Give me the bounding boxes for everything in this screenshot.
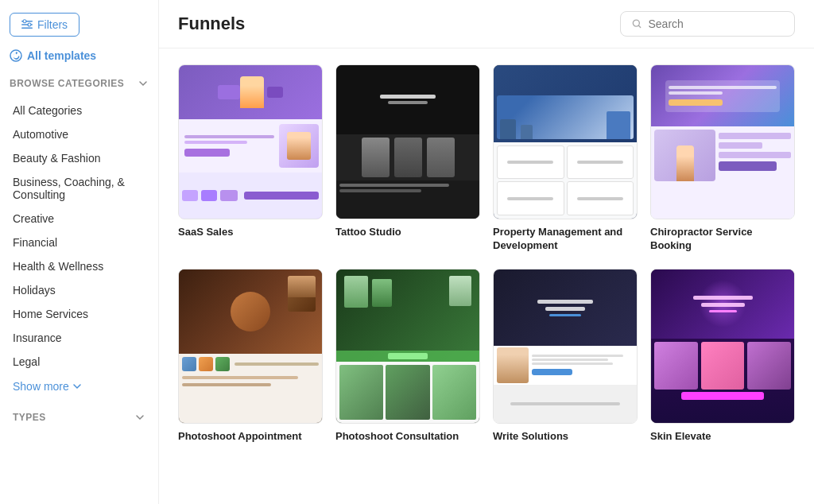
browse-categories-label: Browse Categories xyxy=(10,78,124,89)
template-thumbnail-skin xyxy=(650,269,795,424)
sidebar-item-beauty[interactable]: Beauty & Fashion xyxy=(10,146,149,170)
sidebar-item-all-categories[interactable]: All Categories xyxy=(10,99,149,122)
main-content: Funnels xyxy=(159,0,814,504)
sidebar-item-automotive[interactable]: Automotive xyxy=(10,122,149,146)
sidebar-item-business[interactable]: Business, Coaching, & Consulting xyxy=(10,170,149,207)
template-thumbnail-photoshoot xyxy=(178,269,323,424)
template-card-skin[interactable]: Skin Elevate xyxy=(650,269,795,444)
sidebar-item-creative[interactable]: Creative xyxy=(10,207,149,231)
template-thumbnail-chiro xyxy=(650,64,795,219)
filters-button[interactable]: Filters xyxy=(10,13,79,37)
templates-grid: SaaS Sales xyxy=(159,48,814,504)
sidebar-item-home[interactable]: Home Services xyxy=(10,302,149,326)
main-header: Funnels xyxy=(159,0,814,48)
search-input[interactable] xyxy=(648,17,783,30)
svg-rect-2 xyxy=(21,28,33,29)
all-templates-label: All templates xyxy=(27,49,96,62)
template-thumbnail-write xyxy=(493,269,638,424)
template-label-photoshoot: Photoshoot Appointment xyxy=(178,430,323,444)
sidebar: Filters All templates Browse Categories … xyxy=(0,0,159,504)
types-section-toggle[interactable]: Types xyxy=(10,409,149,426)
template-thumbnail-property xyxy=(493,64,638,219)
template-label-write: Write Solutions xyxy=(493,430,638,444)
template-thumbnail-saas xyxy=(178,64,323,219)
template-card-consultation[interactable]: Photoshoot Consultation xyxy=(335,269,480,444)
svg-point-3 xyxy=(23,20,26,23)
page-title: Funnels xyxy=(178,14,245,34)
template-card-property[interactable]: Property Management and Development xyxy=(493,64,638,253)
template-label-skin: Skin Elevate xyxy=(650,430,795,444)
sidebar-item-legal[interactable]: Legal xyxy=(10,350,149,374)
filters-label: Filters xyxy=(37,18,68,31)
template-card-chiro[interactable]: Chiropractor Service Booking xyxy=(650,64,795,253)
template-label-consultation: Photoshoot Consultation xyxy=(335,430,480,444)
template-label-saas: SaaS Sales xyxy=(178,226,323,239)
sidebar-item-insurance[interactable]: Insurance xyxy=(10,326,149,350)
chevron-down-small-icon xyxy=(72,382,82,391)
template-label-tattoo: Tattoo Studio xyxy=(335,226,480,239)
types-label: Types xyxy=(13,412,46,423)
chevron-down-icon xyxy=(138,78,149,89)
template-card-photoshoot[interactable]: Photoshoot Appointment xyxy=(178,269,323,444)
search-icon xyxy=(632,18,642,29)
category-list: All Categories Automotive Beauty & Fashi… xyxy=(10,99,149,374)
template-label-property: Property Management and Development xyxy=(493,226,638,253)
all-templates-link[interactable]: All templates xyxy=(10,49,149,62)
template-card-saas[interactable]: SaaS Sales xyxy=(178,64,323,253)
show-more-label: Show more xyxy=(13,380,69,393)
browse-categories-toggle[interactable]: Browse Categories xyxy=(10,78,149,89)
search-box[interactable] xyxy=(620,11,795,37)
show-more-link[interactable]: Show more xyxy=(10,377,149,396)
template-card-write[interactable]: Write Solutions xyxy=(493,269,638,444)
template-thumbnail-consultation xyxy=(335,269,480,424)
template-label-chiro: Chiropractor Service Booking xyxy=(650,226,795,253)
refresh-circle-icon xyxy=(10,49,22,62)
template-card-tattoo[interactable]: Tattoo Studio xyxy=(335,64,480,253)
sidebar-item-financial[interactable]: Financial xyxy=(10,231,149,254)
svg-point-4 xyxy=(28,23,31,26)
sidebar-item-holidays[interactable]: Holidays xyxy=(10,278,149,302)
template-thumbnail-tattoo xyxy=(335,64,480,219)
sidebar-item-health[interactable]: Health & Wellness xyxy=(10,254,149,278)
filter-icon xyxy=(21,19,33,30)
chevron-down-types-icon xyxy=(134,412,145,423)
